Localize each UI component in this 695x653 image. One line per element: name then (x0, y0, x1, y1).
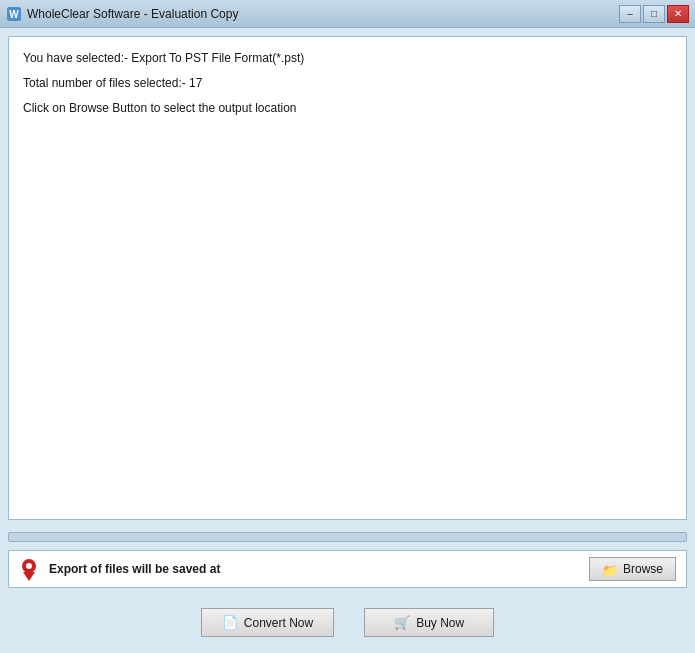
title-bar-text: WholeClear Software - Evaluation Copy (27, 7, 238, 21)
content-area: You have selected:- Export To PST File F… (8, 36, 687, 520)
buy-now-button[interactable]: Buy Now (364, 608, 494, 637)
convert-now-button[interactable]: Convert Now (201, 608, 334, 637)
browse-button[interactable]: Browse (589, 557, 676, 581)
title-bar: W WholeClear Software - Evaluation Copy … (0, 0, 695, 28)
title-bar-left: W WholeClear Software - Evaluation Copy (6, 6, 238, 22)
buy-now-label: Buy Now (416, 616, 464, 630)
maximize-button[interactable]: □ (643, 5, 665, 23)
content-line-2: Total number of files selected:- 17 (23, 74, 672, 93)
progress-bar-container (8, 532, 687, 542)
convert-now-label: Convert Now (244, 616, 313, 630)
minimize-button[interactable]: – (619, 5, 641, 23)
close-button[interactable]: ✕ (667, 5, 689, 23)
app-icon: W (6, 6, 22, 22)
browse-folder-icon (602, 563, 618, 575)
convert-doc-icon (222, 615, 238, 630)
content-line-1: You have selected:- Export To PST File F… (23, 49, 672, 68)
location-icon (19, 557, 39, 581)
progress-section: Export of files will be saved at Browse (8, 528, 687, 592)
browse-left: Export of files will be saved at (19, 557, 220, 581)
svg-text:W: W (9, 9, 19, 20)
browse-button-label: Browse (623, 562, 663, 576)
browse-label: Export of files will be saved at (49, 562, 220, 576)
svg-point-3 (26, 563, 32, 569)
main-window: You have selected:- Export To PST File F… (0, 28, 695, 653)
svg-marker-4 (23, 572, 35, 581)
browse-row: Export of files will be saved at Browse (8, 550, 687, 588)
content-line-3: Click on Browse Button to select the out… (23, 99, 672, 118)
title-bar-controls: – □ ✕ (619, 5, 689, 23)
action-row: Convert Now Buy Now (8, 600, 687, 645)
cart-icon (394, 615, 410, 630)
